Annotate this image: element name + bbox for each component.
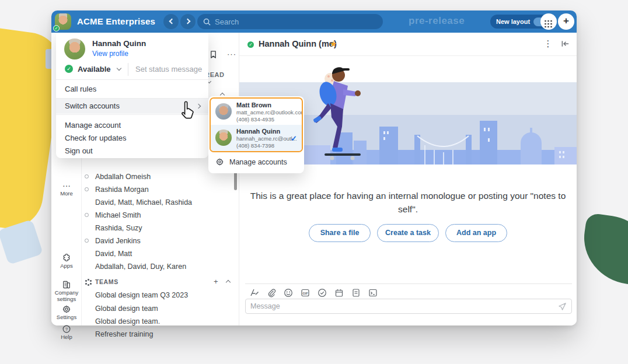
- rail-item-settings[interactable]: Settings: [51, 304, 82, 320]
- teams-section-header[interactable]: TEAMS +: [82, 276, 239, 288]
- dm-item[interactable]: Rashida, Suzy: [82, 222, 239, 235]
- gif-icon[interactable]: GIF: [301, 288, 310, 298]
- todo-check-icon[interactable]: [318, 288, 327, 298]
- more-icon: ···: [51, 181, 82, 190]
- empty-state-actions: Share a file Create a task Add an app: [309, 224, 507, 242]
- document-icon[interactable]: [351, 288, 361, 298]
- account-item-matt[interactable]: Matt Brown matt_acme.rc@outlook.com (408…: [211, 99, 302, 125]
- menu-item-sign-out[interactable]: Sign out: [56, 144, 208, 159]
- dm-item[interactable]: David, Matt, Michael, Rashida: [82, 196, 239, 209]
- chevron-right-icon: [196, 104, 201, 108]
- account-email: hannah_acme.rc@outl...: [236, 135, 297, 142]
- apps-icon: [51, 253, 82, 262]
- search-bar[interactable]: [197, 14, 383, 29]
- dm-item[interactable]: David, Matt: [82, 247, 239, 260]
- add-app-button[interactable]: Add an app: [445, 224, 507, 242]
- status-selector[interactable]: Available: [78, 65, 111, 74]
- status-available-icon: ✓: [65, 65, 73, 73]
- svg-text:?: ?: [65, 327, 68, 332]
- rail-label-settings: Settings: [51, 314, 82, 320]
- create-new-button[interactable]: +: [558, 13, 574, 30]
- search-icon: [203, 18, 211, 26]
- canvas-icon[interactable]: [368, 288, 378, 298]
- new-layout-label: New layout: [496, 18, 530, 25]
- switch-accounts-label: Switch accounts: [65, 102, 120, 110]
- dm-name: Abdallah Omeish: [95, 173, 151, 181]
- menu-item-call-rules[interactable]: Call rules: [56, 82, 208, 97]
- svg-text:GIF: GIF: [302, 292, 308, 295]
- status-row: ✓ Available Set status message: [56, 63, 208, 76]
- attachment-icon[interactable]: [267, 288, 276, 298]
- chat-title: Hannah Quinn (me): [259, 39, 337, 48]
- rail-item-apps[interactable]: Apps: [51, 253, 82, 269]
- composer-divider: [245, 284, 572, 284]
- calendar-icon[interactable]: [334, 288, 344, 298]
- user-avatar-button[interactable]: ✓: [55, 13, 71, 30]
- dm-item[interactable]: Michael Smith: [82, 209, 239, 222]
- create-task-button[interactable]: Create a task: [377, 224, 439, 242]
- collapse-panel-icon[interactable]: [561, 40, 570, 48]
- dm-name: Rashida, Suzy: [95, 224, 142, 232]
- teams-icon: [85, 279, 91, 285]
- sidebar-kebab-icon[interactable]: ···: [227, 50, 236, 59]
- team-item[interactable]: Refresher training: [82, 328, 239, 341]
- workspace-title: ACME Enterprises: [77, 16, 155, 26]
- view-profile-link[interactable]: View profile: [92, 50, 128, 58]
- dm-item[interactable]: Rashida Morgan: [82, 183, 239, 196]
- team-item[interactable]: Global design team.: [82, 315, 239, 328]
- favorite-star-icon[interactable]: ★: [330, 39, 337, 48]
- dialpad-button[interactable]: [540, 13, 557, 30]
- chevron-right-icon: [184, 19, 190, 24]
- account-phone: (408) 834-7398: [236, 142, 274, 149]
- skater-person-illustration: [313, 61, 369, 162]
- bookmark-icon[interactable]: [209, 50, 218, 59]
- user-menu: Hannah Quinn View profile ✓ Available Se…: [56, 33, 208, 158]
- chevron-left-icon: [169, 19, 175, 24]
- team-name: Global design team.: [95, 317, 160, 326]
- account-name: Matt Brown: [236, 102, 271, 108]
- rail-item-help[interactable]: ? Help: [51, 324, 82, 340]
- rail-label-company-settings: Company settings: [51, 289, 82, 302]
- team-name: Global design team Q3 2023: [95, 291, 188, 299]
- status-available-icon: ✓: [247, 41, 254, 48]
- cursor-pointer-icon: [180, 100, 196, 121]
- dm-name: David Jenkins: [95, 237, 141, 245]
- add-team-button[interactable]: +: [214, 276, 218, 288]
- account-item-hannah[interactable]: Hannah Quinn hannah_acme.rc@outl... (408…: [211, 125, 302, 151]
- dm-name: David, Matt, Michael, Rashida: [95, 198, 192, 206]
- emoji-icon[interactable]: [284, 288, 293, 298]
- rail-item-company-settings[interactable]: Company settings: [51, 280, 82, 302]
- user-menu-name: Hannah Quinn: [92, 39, 146, 48]
- manage-accounts-button[interactable]: Manage accounts: [208, 155, 304, 170]
- history-forward-button[interactable]: [180, 14, 196, 29]
- send-icon[interactable]: [558, 302, 567, 311]
- selected-check-icon: ✓: [291, 134, 297, 143]
- status-available-icon: ✓: [53, 25, 60, 32]
- message-input[interactable]: [250, 302, 558, 310]
- rail-label-apps: Apps: [51, 262, 82, 269]
- chat-kebab-icon[interactable]: ⋮: [543, 38, 553, 49]
- message-composer[interactable]: [245, 299, 572, 314]
- search-input[interactable]: [215, 18, 377, 26]
- set-status-message[interactable]: Set status message: [135, 65, 202, 74]
- user-menu-avatar: [64, 38, 85, 60]
- account-name: Hannah Quinn: [236, 128, 280, 135]
- dm-item[interactable]: Abdallah, David, Duy, Karen: [82, 260, 239, 273]
- dm-name: Michael Smith: [95, 211, 141, 219]
- manage-accounts-label: Manage accounts: [229, 155, 287, 170]
- company-settings-icon: [51, 280, 82, 289]
- team-item[interactable]: Global design team: [82, 302, 239, 315]
- share-file-button[interactable]: Share a file: [309, 224, 371, 242]
- composer-toolbar: GIF: [250, 288, 378, 298]
- dialpad-icon: [545, 20, 553, 29]
- history-back-button[interactable]: [163, 14, 179, 29]
- text-format-icon[interactable]: [250, 288, 259, 298]
- dm-item[interactable]: David Jenkins: [82, 235, 239, 247]
- collapse-teams-icon[interactable]: [226, 280, 231, 285]
- chat-header: ✓ Hannah Quinn (me) ★ ⋮: [239, 33, 577, 56]
- rail-item-more[interactable]: ··· More: [51, 181, 82, 197]
- empty-state-text: This is a great place for having an inte…: [245, 189, 571, 216]
- rail-label-more: More: [51, 190, 82, 197]
- divider: [56, 79, 208, 80]
- team-item[interactable]: Global design team Q3 2023: [82, 289, 239, 302]
